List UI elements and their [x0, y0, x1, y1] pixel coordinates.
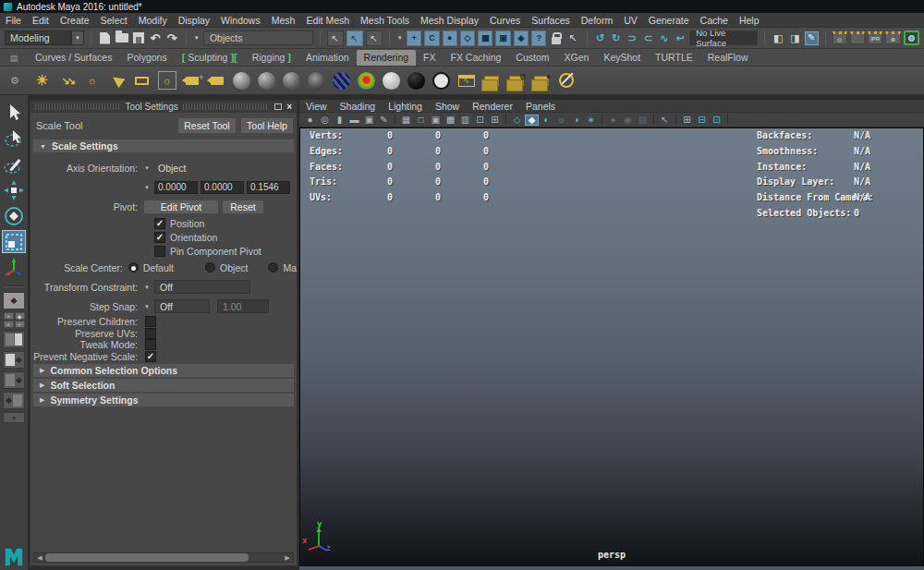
tweak-mode-checkbox[interactable] — [145, 339, 156, 350]
history-on-button[interactable]: ⊃ — [626, 32, 638, 44]
layout-persp-outliner-button[interactable] — [3, 331, 25, 348]
dropdown-arrow-icon[interactable]: ▼ — [140, 185, 154, 190]
menu-cache[interactable]: Cache — [695, 15, 734, 26]
orientation-checkbox[interactable]: ✓ — [154, 232, 165, 243]
tab-polygons[interactable]: Polygons — [119, 50, 174, 66]
select-object-mode-button[interactable]: ↖ — [346, 30, 363, 46]
position-checkbox[interactable]: ✓ — [154, 218, 165, 229]
hypershade-button[interactable]: ∿ — [454, 68, 479, 92]
lambert-material-button[interactable] — [304, 68, 329, 92]
snap-to-point-button[interactable]: ● — [443, 30, 457, 46]
menu-help[interactable]: Help — [734, 15, 765, 26]
render-settings-button[interactable]: ⚙ — [885, 31, 900, 44]
render-current-frame-button[interactable] — [850, 31, 865, 44]
open-panel-left-button[interactable]: ◧ — [772, 30, 785, 46]
panel-menu-show[interactable]: Show — [429, 101, 466, 112]
scale-settings-section-header[interactable]: ▼ Scale Settings — [33, 139, 294, 152]
selection-mask-field[interactable]: Objects — [203, 30, 313, 45]
phong-material-button[interactable] — [279, 68, 304, 92]
area-light-button[interactable] — [129, 68, 154, 92]
tab-fx-caching[interactable]: FX Caching — [443, 50, 508, 66]
step-snap-select[interactable]: Off — [154, 299, 210, 313]
gate-mask-icon[interactable]: ▩ — [444, 115, 457, 125]
rebuild-history-button[interactable]: ↩ — [674, 32, 687, 44]
shelf-menu-icon[interactable]: ▤ — [0, 54, 28, 66]
panel-menu-panels[interactable]: Panels — [519, 101, 562, 112]
snap-to-view-plane-button[interactable]: ▦ — [478, 30, 492, 46]
standard-material-button[interactable] — [229, 68, 254, 92]
snap-help-button[interactable]: ? — [531, 30, 546, 46]
panel-menu-shading[interactable]: Shading — [334, 101, 383, 112]
soft-selection-header[interactable]: ▶ Soft Selection — [33, 379, 294, 392]
dropdown-arrow-icon[interactable]: ▼ — [140, 285, 154, 290]
menu-mesh-display[interactable]: Mesh Display — [415, 15, 484, 26]
edit-pivot-button[interactable]: Edit Pivot — [143, 200, 219, 214]
wireframe-icon[interactable]: ◇ — [510, 115, 524, 125]
menu-generate[interactable]: Generate — [643, 15, 695, 26]
layout-hypershade-persp-button[interactable]: ◆ — [3, 371, 25, 389]
menu-edit[interactable]: Edit — [27, 15, 55, 26]
xray-icon[interactable]: ⊞ — [680, 115, 694, 125]
title-bar[interactable]: Autodesk Maya 2016: untitled* — [0, 0, 924, 13]
preserve-uvs-checkbox[interactable] — [145, 328, 156, 339]
panel-menu-view[interactable]: View — [299, 101, 334, 112]
directional-light-button[interactable]: ↘↘ — [55, 68, 79, 92]
surface-shader-button[interactable] — [379, 68, 404, 92]
menu-uv[interactable]: UV — [618, 15, 643, 26]
pin-component-pivot-checkbox[interactable] — [154, 246, 165, 257]
move-tool-button[interactable] — [2, 178, 26, 201]
scrollbar-track[interactable] — [45, 553, 282, 562]
grid-icon[interactable]: ▦ — [399, 115, 413, 125]
scroll-left-icon[interactable]: ◀ — [34, 554, 45, 562]
select-camera-icon[interactable]: ● — [303, 115, 317, 125]
dropdown-arrow-icon[interactable]: ▼ — [140, 304, 154, 309]
save-scene-button[interactable] — [131, 30, 145, 46]
select-component-mode-button[interactable]: ↖ — [366, 30, 383, 46]
layout-more-button[interactable]: ▾ — [3, 412, 25, 423]
tab-xgen[interactable]: XGen — [557, 50, 597, 66]
ambient-light-button[interactable]: ☀ — [30, 68, 55, 92]
input-connections-button[interactable]: ↺ — [594, 32, 607, 44]
textured-mode-icon[interactable]: ◐ — [540, 115, 553, 125]
highlight-selection-button[interactable]: ↖ — [565, 30, 579, 46]
safe-title-icon[interactable]: ⊞ — [488, 115, 502, 125]
snap-options-arrow-icon[interactable]: ▼ — [396, 32, 404, 43]
history-off-button[interactable]: ⊂ — [641, 32, 654, 44]
lasso-tool-button[interactable] — [2, 127, 26, 150]
make-live-button[interactable]: ▣ — [495, 30, 510, 46]
menu-edit-mesh[interactable]: Edit Mesh — [300, 15, 355, 26]
paint-select-tool-button[interactable] — [2, 152, 26, 176]
safe-action-icon[interactable]: ⊡ — [473, 115, 487, 125]
xray-joints-icon[interactable]: ⊟ — [695, 115, 709, 125]
light-linking-button[interactable]: ⊘ — [504, 68, 529, 92]
snap-together-button[interactable]: ◈ — [514, 30, 529, 46]
volume-light-button[interactable]: ☼ — [154, 68, 179, 92]
snap-to-projected-center-button[interactable]: ◇ — [460, 30, 475, 46]
select-hierarchy-button[interactable]: ↖ — [327, 30, 344, 46]
camera-attributes-icon[interactable]: ◎ — [318, 115, 332, 125]
menuset-dropdown[interactable]: Modeling ▼ — [5, 30, 84, 45]
menu-mesh-tools[interactable]: Mesh Tools — [355, 15, 415, 26]
exposure-icon[interactable]: ⊡ — [710, 115, 723, 125]
live-surface-field[interactable]: No Live Surface — [689, 30, 758, 45]
scroll-right-icon[interactable]: ▶ — [282, 554, 293, 562]
output-connections-button[interactable]: ↻ — [610, 32, 623, 44]
scale-center-object-radio[interactable] — [205, 262, 215, 273]
preserve-children-checkbox[interactable] — [145, 316, 156, 327]
tab-turtle[interactable]: TURTLE — [648, 50, 700, 66]
tab-curves-surfaces[interactable]: Curves / Surfaces — [28, 50, 119, 66]
bookmark-icon[interactable]: ▮ — [333, 115, 346, 125]
shading-group-button[interactable]: ● — [529, 68, 553, 92]
viewport-canvas[interactable]: Verts: 0 0 0 Edges: 0 0 0 Faces: 0 0 — [299, 127, 924, 566]
menu-file[interactable]: File — [0, 15, 27, 26]
prevent-negative-scale-checkbox[interactable]: ✓ — [145, 351, 156, 362]
panel-menu-renderer[interactable]: Renderer — [466, 101, 519, 112]
select-tool-button[interactable] — [2, 101, 26, 124]
tab-realflow[interactable]: RealFlow — [700, 50, 756, 66]
layout-persp-graph-button[interactable]: ◆ — [3, 351, 25, 369]
shadows-icon[interactable]: ◑ — [569, 115, 583, 125]
tab-fx[interactable]: FX — [416, 50, 443, 66]
tool-settings-horizontal-scrollbar[interactable]: ◀ ▶ — [33, 552, 294, 563]
scale-center-default-radio[interactable] — [128, 262, 139, 273]
create-camera-button[interactable] — [179, 68, 204, 92]
